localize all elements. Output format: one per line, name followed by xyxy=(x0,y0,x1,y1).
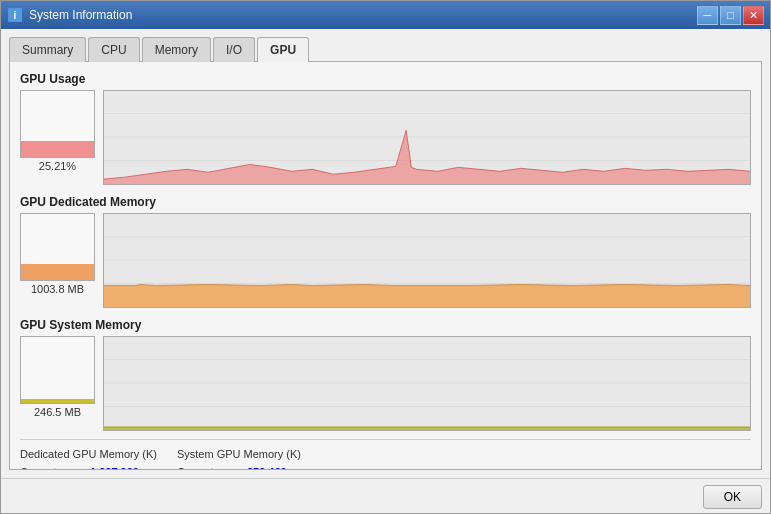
window-icon: i xyxy=(7,7,23,23)
stats-section: Dedicated GPU Memory (K) Current 1.027.9… xyxy=(20,439,751,470)
gpu-dedicated-mini-box xyxy=(20,213,95,281)
tab-summary[interactable]: Summary xyxy=(9,37,86,62)
gpu-dedicated-value: 1003.8 MB xyxy=(31,283,84,295)
system-current-row: Current 252.460 xyxy=(177,466,301,470)
tab-gpu[interactable]: GPU xyxy=(257,37,309,62)
gpu-system-row: 246.5 MB xyxy=(20,336,751,431)
gpu-dedicated-label: GPU Dedicated Memory xyxy=(20,195,751,209)
tab-cpu[interactable]: CPU xyxy=(88,37,139,62)
close-button[interactable]: ✕ xyxy=(743,6,764,25)
gpu-usage-mini-box xyxy=(20,90,95,158)
tab-memory[interactable]: Memory xyxy=(142,37,211,62)
system-stats-header: System GPU Memory (K) xyxy=(177,448,301,460)
window-controls: ─ □ ✕ xyxy=(697,6,764,25)
ok-button[interactable]: OK xyxy=(703,485,762,509)
svg-rect-10 xyxy=(104,337,750,430)
dedicated-current-label: Current xyxy=(20,466,80,470)
maximize-button[interactable]: □ xyxy=(720,6,741,25)
gpu-dedicated-mini: 1003.8 MB xyxy=(20,213,95,295)
system-stats: System GPU Memory (K) Current 252.460 Li… xyxy=(177,448,301,470)
dedicated-stats-header: Dedicated GPU Memory (K) xyxy=(20,448,157,460)
gpu-usage-value: 25.21% xyxy=(39,160,76,172)
gpu-system-label: GPU System Memory xyxy=(20,318,751,332)
main-window: i System Information ─ □ ✕ Summary CPU M… xyxy=(0,0,771,514)
svg-text:i: i xyxy=(14,10,17,21)
window-title: System Information xyxy=(29,8,697,22)
system-current-value: 252.460 xyxy=(247,466,287,470)
title-bar: i System Information ─ □ ✕ xyxy=(1,1,770,29)
gpu-dedicated-chart xyxy=(103,213,751,308)
gpu-usage-row: 25.21% xyxy=(20,90,751,185)
system-current-label: Current xyxy=(177,466,237,470)
gpu-system-value: 246.5 MB xyxy=(34,406,81,418)
window-body: Summary CPU Memory I/O GPU GPU Usage 25.… xyxy=(1,29,770,478)
tab-content-gpu: GPU Usage 25.21% xyxy=(9,61,762,470)
gpu-system-chart xyxy=(103,336,751,431)
gpu-dedicated-row: 1003.8 MB xyxy=(20,213,751,308)
tab-bar: Summary CPU Memory I/O GPU xyxy=(9,37,762,62)
dedicated-stats: Dedicated GPU Memory (K) Current 1.027.9… xyxy=(20,448,157,470)
dedicated-current-value: 1.027.900 xyxy=(90,466,139,470)
minimize-button[interactable]: ─ xyxy=(697,6,718,25)
dedicated-current-row: Current 1.027.900 xyxy=(20,466,157,470)
gpu-usage-mini: 25.21% xyxy=(20,90,95,172)
tab-io[interactable]: I/O xyxy=(213,37,255,62)
ok-row: OK xyxy=(1,478,770,513)
gpu-usage-label: GPU Usage xyxy=(20,72,751,86)
gpu-system-mini-box xyxy=(20,336,95,404)
gpu-system-mini: 246.5 MB xyxy=(20,336,95,418)
gpu-usage-chart xyxy=(103,90,751,185)
